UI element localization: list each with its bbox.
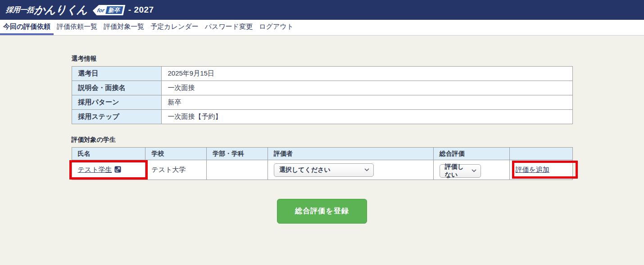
nav-tab-schedule-calendar[interactable]: 予定カレンダー [147,20,201,35]
student-evaluator-cell: 選択してください [268,160,433,180]
info-row-label: 採用パターン [72,95,161,110]
overall-rating-select-value: 評価しない [445,163,468,179]
logo-text-main: かんりくん [34,3,88,17]
nav-tab-current-evaluation-request[interactable]: 今回の評価依頼 [0,20,54,35]
students-table: 氏名 学校 学部・学科 評価者 総合評価 テスト学生 テスト大学 [72,147,573,180]
students-header-row: 氏名 学校 学部・学科 評価者 総合評価 [72,148,572,160]
column-header-evaluator: 評価者 [268,148,433,160]
info-row-label: 説明会・面接名 [72,81,161,95]
info-row-value: 一次面接 [161,81,572,95]
selection-info-table: 選考日 2025年9月15日 説明会・面接名 一次面接 採用パターン 新卒 採用… [72,66,573,124]
add-evaluation-link[interactable]: 評価を追加 [516,166,549,173]
info-row: 採用パターン 新卒 [72,95,572,110]
info-row-value: 2025年9月15日 [161,67,572,81]
info-row-value: 一次面接【予約】 [161,110,572,124]
nav-tab-evaluation-request-list[interactable]: 評価依頼一覧 [54,20,100,35]
student-overall-rating-cell: 評価しない [433,160,509,180]
students-section-title: 評価対象の学生 [72,136,573,144]
info-row-value: 新卒 [161,95,572,110]
chevron-down-icon [472,169,476,172]
info-row: 説明会・面接名 一次面接 [72,81,572,95]
info-row: 採用ステップ 一次面接【予約】 [72,110,572,124]
page: { "header": { "logo_part1": "採用一括", "log… [0,0,644,265]
student-name-cell: テスト学生 [72,160,145,180]
overall-rating-select[interactable]: 評価しない [440,164,481,178]
selection-info-title: 選考情報 [72,55,573,63]
evaluator-select[interactable]: 選択してください [274,163,374,177]
main-nav: 今回の評価依頼 評価依頼一覧 評価対象一覧 予定カレンダー パスワード変更 ログ… [0,20,644,36]
column-header-overall-rating: 総合評価 [433,148,509,160]
column-header-department: 学部・学科 [207,148,268,160]
student-actions-cell: 評価を追加 [509,160,572,180]
main-content: 選考情報 選考日 2025年9月15日 説明会・面接名 一次面接 採用パターン … [72,36,573,224]
info-row-label: 選考日 [72,67,161,81]
logo-text-prefix: 採用一括 [5,5,34,15]
student-name-link[interactable]: テスト学生 [78,166,112,173]
submit-area: 総合評価を登録 [72,199,573,224]
info-row: 選考日 2025年9月15日 [72,67,572,81]
nav-tab-password-change[interactable]: パスワード変更 [202,20,256,35]
column-header-name: 氏名 [72,148,145,160]
app-header: 採用一括 かんりくん for 新卒 - 2027 [0,0,644,20]
year-label: - 2027 [128,5,154,15]
selection-info-section: 選考情報 選考日 2025年9月15日 説明会・面接名 一次面接 採用パターン … [72,55,573,124]
student-school-cell: テスト大学 [145,160,207,180]
students-section: 評価対象の学生 氏名 学校 学部・学科 評価者 総合評価 テス [72,136,573,180]
column-header-school: 学校 [145,148,207,160]
evaluator-select-value: 選択してください [279,166,331,174]
app-logo: 採用一括 かんりくん for 新卒 - 2027 [6,3,154,17]
student-department-cell [207,160,268,180]
badge-target-label: 新卒 [105,6,123,14]
student-row: テスト学生 テスト大学 選択してください 評価しない [72,160,572,180]
badge-for-label: for [96,7,105,13]
column-header-actions [509,148,572,160]
register-overall-evaluation-button[interactable]: 総合評価を登録 [277,199,367,224]
external-link-icon[interactable] [114,166,121,174]
info-row-label: 採用ステップ [72,110,161,124]
for-shinsotsu-badge: for 新卒 [91,5,125,15]
nav-tab-logout[interactable]: ログアウト [256,20,297,35]
nav-tab-evaluation-target-list[interactable]: 評価対象一覧 [100,20,147,35]
chevron-down-icon [364,168,369,171]
